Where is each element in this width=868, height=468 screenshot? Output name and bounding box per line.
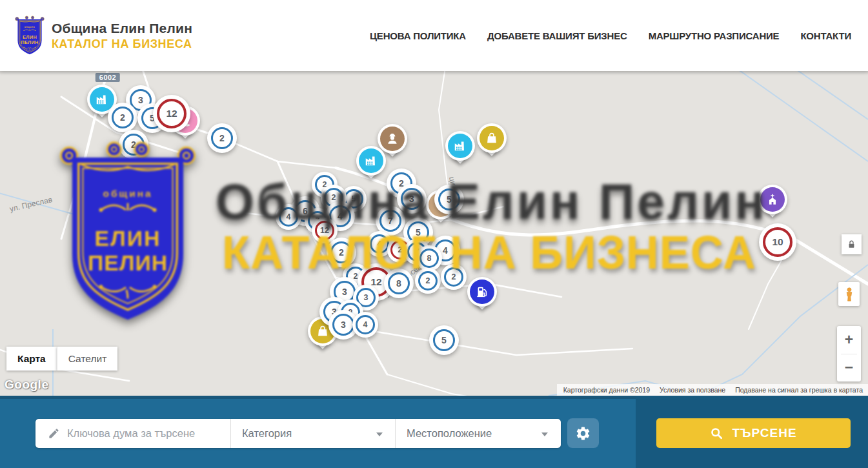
pin-marker-bag[interactable] bbox=[477, 123, 507, 153]
brand-home-link[interactable]: община ЕЛИН ПЕЛИН Община Елин Пелин КАТА… bbox=[14, 14, 192, 57]
chevron-down-icon bbox=[376, 432, 383, 436]
cluster-marker[interactable]: 3 bbox=[397, 184, 427, 214]
category-select-value: Категория bbox=[242, 427, 292, 440]
cluster-marker[interactable]: 2 bbox=[441, 264, 467, 290]
cluster-marker[interactable]: 10 bbox=[759, 223, 796, 261]
street-view-pegman[interactable] bbox=[838, 282, 860, 306]
lock-icon bbox=[846, 239, 857, 250]
cluster-marker[interactable]: 4 bbox=[352, 312, 378, 338]
pin-marker-factory[interactable] bbox=[445, 131, 475, 161]
zoom-out-button[interactable]: − bbox=[837, 354, 861, 382]
pin-marker-factory[interactable] bbox=[356, 146, 386, 176]
map-type-map-button[interactable]: Карта bbox=[6, 347, 57, 371]
attribution-copyright: Картографски данни ©2019 bbox=[563, 386, 650, 394]
map-canvas[interactable]: 6002ул. Преславбул. „Новоселции“ 3251222… bbox=[0, 71, 868, 396]
advanced-search-settings-button[interactable] bbox=[567, 418, 599, 448]
cluster-marker[interactable]: 2 bbox=[327, 238, 356, 267]
location-select[interactable]: Местоположение bbox=[396, 419, 560, 448]
main-nav: ЦЕНОВА ПОЛИТИКА ДОБАВЕТЕ ВАШИЯТ БИЗНЕС М… bbox=[370, 30, 851, 41]
shield-name-line1: ЕЛИН bbox=[23, 34, 37, 40]
cluster-marker[interactable]: 4 bbox=[276, 204, 301, 230]
cluster-marker[interactable]: 2 bbox=[108, 103, 137, 132]
keyword-search-input[interactable] bbox=[67, 427, 230, 440]
pegman-icon bbox=[842, 285, 857, 303]
pin-marker-church[interactable] bbox=[758, 185, 787, 214]
attribution-report-link[interactable]: Подаване на сигнал за грешка в картата bbox=[735, 386, 863, 394]
cluster-marker[interactable]: 2 bbox=[119, 130, 148, 159]
site-subtitle: КАТАЛОГ НА БИЗНЕСА bbox=[52, 37, 192, 51]
shield-name-line2: ПЕЛИН bbox=[21, 39, 39, 45]
map-markers: 3251222225352644771254224782128223338345… bbox=[0, 71, 868, 396]
cluster-marker[interactable]: 8 bbox=[384, 269, 414, 298]
google-logo[interactable]: Google bbox=[5, 378, 48, 392]
cluster-marker[interactable]: 2 bbox=[207, 123, 237, 153]
map-type-satellite-button[interactable]: Сателит bbox=[57, 347, 117, 371]
site-title: Община Елин Пелин bbox=[52, 21, 192, 36]
search-button-label: ТЪРСЕНЕ bbox=[732, 426, 796, 440]
cluster-marker[interactable]: 8 bbox=[416, 245, 442, 271]
header: община ЕЛИН ПЕЛИН Община Елин Пелин КАТА… bbox=[0, 0, 868, 71]
pencil-icon bbox=[48, 427, 60, 440]
cluster-marker[interactable]: 5 bbox=[429, 325, 459, 355]
nav-pricing-policy[interactable]: ЦЕНОВА ПОЛИТИКА bbox=[370, 30, 466, 41]
nav-add-your-business[interactable]: ДОБАВЕТЕ ВАШИЯТ БИЗНЕС bbox=[487, 30, 627, 41]
search-icon bbox=[710, 427, 723, 440]
nav-contacts[interactable]: КОНТАКТИ bbox=[800, 30, 851, 41]
pin-marker-fuel[interactable] bbox=[467, 277, 497, 307]
search-submit-button[interactable]: ТЪРСЕНЕ bbox=[656, 418, 851, 448]
location-select-value: Местоположение bbox=[407, 427, 492, 440]
gear-icon bbox=[575, 425, 591, 442]
nav-route-schedule[interactable]: МАРШРУТНО РАЗПИСАНИЕ bbox=[649, 30, 780, 41]
map-type-control: Карта Сателит bbox=[6, 347, 117, 371]
zoom-in-button[interactable]: + bbox=[837, 326, 861, 354]
map-lock-control[interactable] bbox=[842, 234, 862, 254]
search-input-group: Категория Местоположение bbox=[35, 419, 561, 448]
zoom-control: + − bbox=[837, 326, 861, 382]
cluster-marker[interactable]: 2 bbox=[415, 268, 441, 294]
keyword-field bbox=[35, 419, 231, 448]
map-attribution: Картографски данни ©2019 Условия за полз… bbox=[557, 384, 868, 396]
cluster-marker[interactable]: 12 bbox=[153, 95, 190, 132]
shield-top-text: община bbox=[25, 26, 35, 28]
category-select[interactable]: Категория bbox=[231, 419, 396, 448]
chevron-down-icon bbox=[541, 432, 548, 436]
cluster-marker[interactable]: 5 bbox=[434, 185, 464, 214]
page: община ЕЛИН ПЕЛИН Община Елин Пелин КАТА… bbox=[0, 0, 868, 468]
municipality-logo: община ЕЛИН ПЕЛИН bbox=[14, 14, 45, 57]
attribution-terms-link[interactable]: Условия за ползване bbox=[660, 386, 725, 394]
search-bar: Категория Местоположение ТЪРСЕНЕ bbox=[0, 396, 868, 468]
